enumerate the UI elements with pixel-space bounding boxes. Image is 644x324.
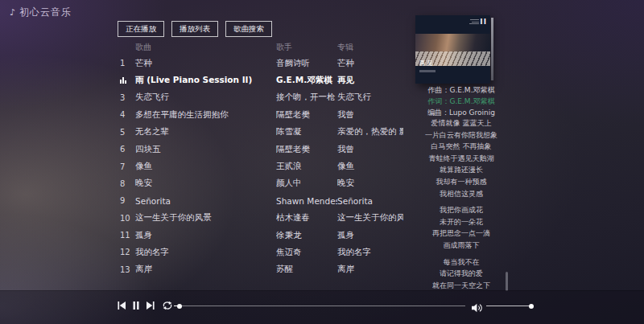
album-name: 我的名字: [337, 247, 403, 258]
song-title: 我的名字: [133, 247, 276, 258]
row-index: 1: [117, 59, 133, 68]
row-index: 11: [117, 231, 133, 240]
previous-track-button[interactable]: [118, 301, 126, 310]
header-song: 歌曲: [133, 42, 276, 53]
lyric-line: 未开的一朵花: [399, 216, 523, 228]
volume-icon: [472, 303, 483, 313]
previous-track-icon: [118, 301, 126, 310]
cover-album-title: 再见: [419, 59, 435, 68]
song-title: Señorita: [133, 196, 276, 206]
song-table-header: 歌曲 歌手 专辑: [117, 40, 403, 55]
album-name: 再见: [337, 75, 403, 86]
next-track-button[interactable]: [147, 301, 155, 310]
row-index: 6: [117, 145, 133, 154]
row-index: 8: [117, 179, 133, 188]
table-row[interactable]: 1芒种音阙诗听芒种: [117, 55, 403, 72]
lyric-stanza: 爱情就像 蓝蓝天上一片白云有你陪我想象白马突然 不再抽象青蛙终于遇见天鹅湖就算路…: [399, 117, 523, 199]
volume-knob[interactable]: [529, 304, 534, 309]
song-table: 歌曲 歌手 专辑 1芒种音阙诗听芒种雨 (Live Piano Session …: [117, 40, 403, 278]
artist-name: Shawn Mendes: [276, 196, 337, 206]
lyric-stanza: 我把你画成花未开的一朵花再把思念一点一滴画成雨落下: [399, 204, 523, 251]
table-row[interactable]: 雨 (Live Piano Session II)G.E.M.邓紫棋再见: [117, 72, 403, 88]
header-album: 专辑: [337, 42, 403, 53]
lyric-stanza: 每当我不在请记得我的爱就在同一天空之下远远地灌溉: [399, 256, 523, 291]
tab-playlist[interactable]: 播放列表: [171, 21, 218, 37]
table-row[interactable]: 11孤身徐秉龙孤身: [117, 227, 403, 244]
tab-now-playing[interactable]: 正在播放: [118, 21, 164, 37]
song-title: 离岸: [133, 264, 276, 275]
pause-button[interactable]: [133, 301, 139, 310]
progress-knob[interactable]: [177, 304, 182, 309]
row-index: 7: [117, 162, 133, 171]
cover-subtitle-bar: [419, 70, 436, 72]
song-table-body: 1芒种音阙诗听芒种雨 (Live Piano Session II)G.E.M.…: [117, 55, 403, 278]
lyric-line: 爱情就像 蓝蓝天上: [399, 117, 523, 129]
lyric-line: 就在同一天空之下: [399, 280, 523, 291]
table-row[interactable]: 3失恋飞行接个吻，开一枪失恋飞行: [117, 89, 403, 106]
next-track-icon: [147, 301, 155, 310]
header-artist: 歌手: [276, 42, 337, 53]
song-title: 四块五: [133, 144, 276, 155]
repeat-icon: [162, 301, 173, 310]
album-name: 晚安: [337, 178, 403, 189]
row-index: 5: [117, 128, 133, 137]
pause-icon: [133, 301, 139, 310]
lyrics-scrollbar[interactable]: [506, 272, 508, 291]
credit-line: 作曲：G.E.M.邓紫棋: [405, 84, 518, 96]
album-name: 我曾: [337, 109, 403, 121]
song-title: 这一生关于你的风景: [133, 212, 276, 224]
playing-bars-icon: [120, 77, 126, 84]
song-title: 雨 (Live Piano Session II): [133, 75, 276, 86]
progress-bar[interactable]: [174, 306, 465, 306]
lyric-line: 请记得我的爱: [399, 268, 523, 280]
artist-name: 颜人中: [276, 178, 337, 189]
album-name: 像鱼: [337, 161, 403, 172]
lyrics-panel: 爱情就像 蓝蓝天上一片白云有你陪我想象白马突然 不再抽象青蛙终于遇见天鹅湖就算路…: [399, 117, 523, 291]
song-title: 失恋飞行: [133, 92, 276, 103]
album-name: 我曾: [337, 144, 403, 155]
album-cover: II 再见: [415, 15, 490, 84]
cover-mark: II: [480, 18, 487, 26]
lyric-line: 画成雨落下: [399, 240, 523, 252]
table-row[interactable]: 10这一生关于你的风景枯木逢春这一生关于你的风景: [117, 210, 403, 227]
table-row[interactable]: 7像鱼王贰浪像鱼: [117, 158, 403, 174]
lyric-line: 白马突然 不再抽象: [399, 141, 523, 153]
row-index: 13: [117, 265, 133, 274]
lyric-line: 我却有一种预感: [399, 176, 523, 188]
lyric-line: 一片白云有你陪我想象: [399, 129, 523, 141]
cover-caption-lines: [469, 19, 479, 24]
lyric-line: 每当我不在: [399, 256, 523, 269]
artist-name: G.E.M.邓紫棋: [276, 75, 337, 86]
volume-button[interactable]: [472, 301, 483, 316]
volume-bar[interactable]: [486, 306, 531, 306]
artist-name: 隔壁老樊: [276, 144, 337, 155]
lyric-line: 青蛙终于遇见天鹅湖: [399, 153, 523, 165]
table-row[interactable]: 4多想在平庸的生活拥抱你隔壁老樊我曾: [117, 106, 403, 123]
table-row[interactable]: 12我的名字焦迈奇我的名字: [117, 244, 403, 260]
credit-line-highlighted: 作词：G.E.M.邓紫棋: [405, 96, 518, 107]
album-name: 亲爱的，热爱的 影视...: [337, 126, 403, 137]
album-name: 这一生关于你的风景: [337, 212, 403, 224]
artist-name: 音阙诗听: [276, 58, 337, 69]
album-name: Señorita: [337, 196, 403, 206]
song-title: 像鱼: [133, 161, 276, 172]
table-row[interactable]: 8晚安颜人中晚安: [117, 175, 403, 192]
repeat-button[interactable]: [162, 301, 173, 310]
music-note-icon: ♪: [10, 7, 16, 18]
player-bar: [0, 290, 644, 324]
table-row[interactable]: 6四块五隔壁老樊我曾: [117, 141, 403, 158]
album-name: 芒种: [337, 58, 403, 69]
row-index: 12: [117, 248, 133, 256]
credit-line: 编曲：Lupo Groinig: [405, 107, 518, 118]
artist-name: 徐秉龙: [276, 230, 337, 241]
app-title: 初心云音乐: [19, 6, 72, 19]
table-row[interactable]: 5无名之辈陈雪凝亲爱的，热爱的 影视...: [117, 124, 403, 141]
tab-bar: 正在播放 播放列表 歌曲搜索: [118, 21, 272, 37]
row-index: 9: [117, 196, 133, 205]
table-row[interactable]: 13离岸苏醒离岸: [117, 261, 403, 278]
row-index: 10: [117, 214, 133, 223]
lyric-line: 我相信这灵感: [399, 188, 523, 200]
table-row[interactable]: 9SeñoritaShawn MendesSeñorita: [117, 192, 403, 209]
tab-song-search[interactable]: 歌曲搜索: [225, 21, 272, 37]
album-name: 失恋飞行: [337, 92, 403, 103]
